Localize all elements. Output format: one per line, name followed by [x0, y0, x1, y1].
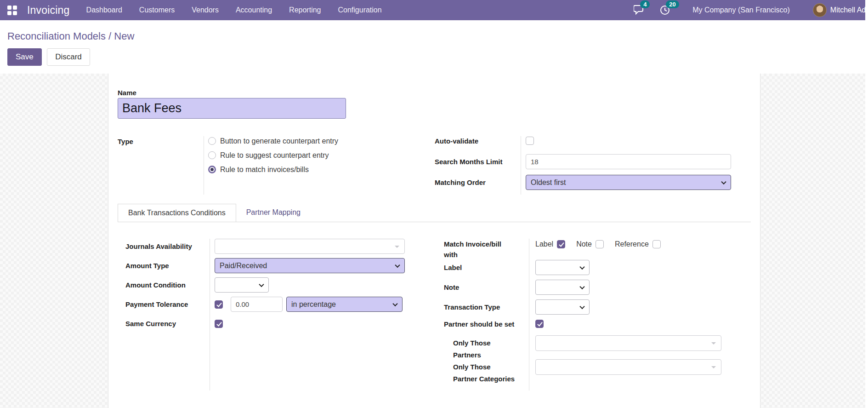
- validation-field-group: Auto-validate Search Months Limit 18 Mat…: [435, 136, 751, 195]
- match-with-label-checkbox[interactable]: [557, 240, 565, 248]
- matching-order-select[interactable]: Oldest first: [526, 175, 731, 190]
- form-sheet: Name Bank Fees Type Button to generate c…: [108, 74, 760, 408]
- label-select[interactable]: [535, 260, 590, 275]
- tab-bank-transactions-conditions[interactable]: Bank Transactions Conditions: [118, 204, 236, 222]
- only-those-partner-categories-label: Only Those Partner Categories: [444, 359, 529, 385]
- dropdown-caret-icon: [711, 366, 716, 368]
- amount-condition-label: Amount Condition: [125, 281, 210, 289]
- app-window: Invoicing Dashboard Customers Vendors Ac…: [0, 0, 868, 408]
- name-field-block: Name Bank Fees: [118, 89, 751, 119]
- main-menu: Dashboard Customers Vendors Accounting R…: [86, 6, 382, 14]
- auto-validate-checkbox[interactable]: [526, 137, 534, 145]
- chevron-down-icon: [721, 179, 726, 184]
- journals-availability-label: Journals Availability: [125, 242, 210, 250]
- payment-tolerance-amount-input[interactable]: 0.00: [231, 297, 283, 312]
- tab-page-conditions: Journals Availability Amount Type Paid/R…: [118, 222, 751, 391]
- match-with-reference-option: Reference: [615, 240, 661, 248]
- scrollbar[interactable]: [865, 0, 868, 408]
- same-currency-label: Same Currency: [125, 320, 210, 328]
- topbar-right: 4 20 My Company (San Francisco) Mitchell…: [634, 3, 868, 17]
- user-avatar: [813, 3, 827, 17]
- note-select[interactable]: [535, 280, 590, 295]
- conditions-left-group: Journals Availability Amount Type Paid/R…: [125, 239, 436, 391]
- user-name: Mitchell Admin: [830, 6, 868, 14]
- user-menu[interactable]: Mitchell Admin: [813, 3, 868, 17]
- conditions-right-group: Match Invoice/bill with Label Note: [436, 239, 751, 391]
- type-option-match[interactable]: Rule to match invoices/bills: [208, 162, 338, 177]
- amount-condition-select[interactable]: [215, 277, 269, 293]
- form-view: Name Bank Fees Type Button to generate c…: [0, 74, 868, 408]
- radio-icon[interactable]: [208, 137, 216, 145]
- payment-tolerance-checkbox[interactable]: [215, 300, 223, 309]
- amount-type-label: Amount Type: [125, 262, 210, 270]
- only-those-partners-input[interactable]: [535, 335, 721, 351]
- activities-count-badge: 20: [666, 0, 679, 8]
- partner-should-be-set-checkbox[interactable]: [535, 320, 544, 328]
- company-switcher[interactable]: My Company (San Francisco): [692, 6, 790, 14]
- discard-button[interactable]: Discard: [47, 48, 90, 66]
- menu-customers[interactable]: Customers: [139, 6, 175, 14]
- journals-availability-input[interactable]: [215, 239, 405, 254]
- dropdown-caret-icon: [395, 246, 399, 248]
- save-button[interactable]: Save: [7, 48, 42, 66]
- type-radio-group: Button to generate counterpart entry Rul…: [204, 134, 338, 195]
- chevron-down-icon: [392, 301, 397, 306]
- chevron-down-icon: [259, 282, 264, 287]
- app-title[interactable]: Invoicing: [27, 4, 70, 17]
- payment-tolerance-label: Payment Tolerance: [125, 300, 210, 308]
- chevron-down-icon: [579, 264, 584, 269]
- radio-icon-selected[interactable]: [208, 166, 216, 173]
- chevron-down-icon: [579, 304, 584, 309]
- type-option-suggest[interactable]: Rule to suggest counterpart entry: [208, 148, 338, 162]
- notebook-tabs: Bank Transactions Conditions Partner Map…: [118, 204, 751, 222]
- messages-count-badge: 4: [640, 0, 650, 8]
- payment-tolerance-mode-select[interactable]: in percentage: [286, 297, 403, 312]
- chevron-down-icon: [579, 284, 584, 289]
- tab-partner-mapping[interactable]: Partner Mapping: [236, 204, 311, 222]
- name-label: Name: [118, 89, 751, 97]
- note-field-label: Note: [444, 283, 529, 291]
- radio-icon[interactable]: [208, 151, 216, 159]
- partner-should-be-set-label: Partner should be set: [444, 320, 529, 328]
- messages-button[interactable]: 4: [634, 4, 647, 16]
- control-panel: Reconciliation Models / New Save Discard: [0, 20, 868, 74]
- only-those-partner-categories-input[interactable]: [535, 359, 721, 375]
- menu-configuration[interactable]: Configuration: [338, 6, 381, 14]
- match-invoice-bill-with-label: Match Invoice/bill with: [444, 239, 529, 260]
- same-currency-checkbox[interactable]: [215, 320, 223, 328]
- match-with-note-option: Note: [576, 240, 604, 248]
- top-navbar: Invoicing Dashboard Customers Vendors Ac…: [0, 0, 868, 20]
- transaction-type-label: Transaction Type: [444, 303, 529, 311]
- menu-vendors[interactable]: Vendors: [192, 6, 219, 14]
- chevron-down-icon: [395, 262, 400, 267]
- menu-accounting[interactable]: Accounting: [236, 6, 272, 14]
- apps-menu-icon[interactable]: [7, 6, 17, 15]
- type-field-group: Type Button to generate counterpart entr…: [118, 136, 435, 195]
- transaction-type-select[interactable]: [535, 299, 590, 315]
- search-months-limit-input[interactable]: 18: [526, 154, 731, 169]
- only-those-partners-label: Only Those Partners: [444, 335, 529, 361]
- match-with-label-option: Label: [535, 240, 565, 248]
- name-input[interactable]: Bank Fees: [118, 98, 346, 119]
- dropdown-caret-icon: [711, 342, 716, 345]
- breadcrumb[interactable]: Reconciliation Models / New: [7, 30, 861, 42]
- auto-validate-label: Auto-validate: [435, 137, 521, 145]
- matching-order-label: Matching Order: [435, 178, 521, 186]
- label-field-label: Label: [444, 264, 529, 271]
- type-option-generate[interactable]: Button to generate counterpart entry: [208, 134, 338, 148]
- menu-reporting[interactable]: Reporting: [289, 6, 321, 14]
- activities-button[interactable]: 20: [659, 4, 673, 16]
- match-with-reference-checkbox[interactable]: [652, 240, 661, 248]
- type-label: Type: [118, 136, 204, 195]
- menu-dashboard[interactable]: Dashboard: [86, 6, 122, 14]
- amount-type-select[interactable]: Paid/Received: [215, 258, 405, 273]
- match-with-note-checkbox[interactable]: [596, 240, 604, 248]
- search-months-limit-label: Search Months Limit: [435, 158, 521, 166]
